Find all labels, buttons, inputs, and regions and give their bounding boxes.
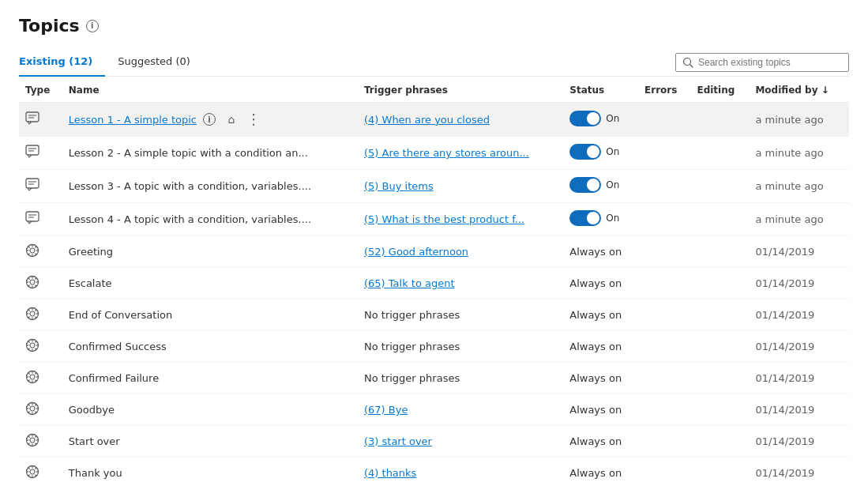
status-cell[interactable]: On	[563, 203, 638, 236]
topic-name-link[interactable]: Lesson 1 - A simple topic	[69, 114, 197, 126]
editing-cell	[690, 363, 749, 394]
status-cell: Always on	[563, 268, 638, 300]
modified-cell: 01/14/2019	[749, 458, 849, 487]
toggle-switch[interactable]	[569, 111, 601, 126]
table-row: Start over(3) start overAlways on01/14/2…	[19, 426, 849, 458]
chat-icon	[25, 178, 39, 192]
page-title: Topics i	[19, 16, 849, 36]
type-cell	[19, 203, 62, 236]
system-icon	[25, 338, 39, 352]
trigger-link[interactable]: (3) start over	[364, 435, 432, 447]
errors-cell	[638, 394, 690, 426]
tab-existing[interactable]: Existing (12)	[19, 49, 105, 77]
trigger-link[interactable]: (67) Bye	[364, 404, 408, 416]
name-cell: Confirmed Failure	[62, 363, 358, 394]
topic-name: Start over	[69, 435, 120, 447]
system-icon	[25, 401, 39, 416]
svg-line-72	[36, 405, 37, 406]
svg-line-91	[36, 475, 37, 477]
info-action-icon[interactable]: i	[200, 110, 219, 129]
errors-cell	[638, 458, 690, 487]
svg-line-71	[36, 412, 37, 413]
trigger-link[interactable]: (5) What is the best product f...	[364, 213, 524, 225]
svg-line-33	[28, 285, 30, 287]
svg-line-23	[28, 254, 30, 255]
table-row: Lesson 4 - A topic with a condition, var…	[19, 203, 849, 236]
trigger-link[interactable]: (5) Are there any stores aroun...	[364, 147, 529, 159]
errors-cell	[638, 268, 690, 300]
toggle-switch[interactable]	[569, 144, 601, 160]
more-action-icon[interactable]: ⋮	[244, 110, 263, 129]
modified-cell: a minute ago	[749, 203, 849, 236]
table-row: Confirmed FailureNo trigger phrasesAlway…	[19, 363, 849, 394]
trigger-text: No trigger phrases	[364, 309, 460, 321]
trigger-link[interactable]: (52) Good afternoon	[364, 246, 468, 258]
editing-cell	[690, 300, 749, 331]
status-cell[interactable]: On	[563, 103, 638, 137]
svg-point-55	[30, 375, 35, 379]
errors-cell	[638, 103, 690, 137]
modified-cell: 01/14/2019	[749, 236, 849, 268]
name-cell: Thank you	[62, 458, 358, 487]
always-on-label: Always on	[569, 246, 622, 258]
svg-point-25	[30, 280, 35, 284]
status-cell[interactable]: On	[563, 137, 638, 170]
svg-rect-5	[26, 145, 39, 155]
triggers-cell[interactable]: (3) start over	[358, 426, 563, 458]
trigger-link[interactable]: (4) When are you closed	[364, 114, 490, 126]
table-row: Thank you(4) thanksAlways on01/14/2019	[19, 458, 849, 487]
toggle-switch[interactable]	[569, 177, 601, 193]
table-row: Lesson 3 - A topic with a condition, var…	[19, 170, 849, 203]
trigger-link[interactable]: (5) Buy items	[364, 180, 434, 192]
toggle-control[interactable]: On	[569, 144, 619, 160]
table-row: End of ConversationNo trigger phrasesAlw…	[19, 300, 849, 331]
title-info-icon[interactable]: i	[86, 20, 99, 32]
svg-rect-2	[26, 112, 39, 122]
name-cell: Lesson 4 - A topic with a condition, var…	[62, 203, 358, 236]
toggle-control[interactable]: On	[569, 111, 619, 126]
topic-name: Goodbye	[69, 404, 115, 416]
search-input[interactable]	[698, 57, 842, 68]
search-box	[675, 53, 849, 72]
system-icon	[25, 370, 39, 384]
svg-line-40	[28, 310, 30, 311]
triggers-cell: No trigger phrases	[358, 300, 563, 331]
triggers-cell[interactable]: (4) thanks	[358, 458, 563, 487]
errors-cell	[638, 426, 690, 458]
toggle-control[interactable]: On	[569, 210, 619, 226]
triggers-cell[interactable]: (5) What is the best product f...	[358, 203, 563, 236]
trigger-link[interactable]: (4) thanks	[364, 467, 416, 479]
svg-line-83	[28, 443, 30, 445]
name-cell[interactable]: Lesson 1 - A simple topic i ⌂ ⋮	[62, 103, 358, 137]
tab-suggested[interactable]: Suggested (0)	[118, 49, 203, 77]
errors-cell	[638, 363, 690, 394]
name-cell: Start over	[62, 426, 358, 458]
triggers-cell[interactable]: (52) Good afternoon	[358, 236, 563, 268]
modified-cell: 01/14/2019	[749, 300, 849, 331]
modified-cell: a minute ago	[749, 137, 849, 170]
col-status: Status	[563, 77, 638, 103]
system-icon	[25, 465, 39, 479]
pin-action-icon[interactable]: ⌂	[222, 110, 241, 129]
always-on-label: Always on	[569, 372, 622, 384]
trigger-link[interactable]: (65) Talk to agent	[364, 277, 455, 289]
triggers-cell[interactable]: (65) Talk to agent	[358, 268, 563, 300]
triggers-cell[interactable]: (5) Buy items	[358, 170, 563, 203]
triggers-cell[interactable]: (5) Are there any stores aroun...	[358, 137, 563, 170]
svg-point-35	[30, 311, 35, 316]
table-row: Greeting(52) Good afternoonAlways on01/1…	[19, 236, 849, 268]
topic-name: Confirmed Failure	[69, 372, 159, 384]
triggers-cell: No trigger phrases	[358, 363, 563, 394]
toggle-control[interactable]: On	[569, 177, 619, 193]
svg-line-81	[36, 443, 37, 445]
status-cell[interactable]: On	[563, 170, 638, 203]
name-cell: Lesson 3 - A topic with a condition, var…	[62, 170, 358, 203]
toggle-switch[interactable]	[569, 210, 601, 226]
modified-cell: 01/14/2019	[749, 394, 849, 426]
svg-line-1	[690, 64, 693, 67]
triggers-cell[interactable]: (67) Bye	[358, 394, 563, 426]
triggers-cell[interactable]: (4) When are you closed	[358, 103, 563, 137]
col-modified[interactable]: Modified by ↓	[749, 77, 849, 103]
col-name: Name	[62, 77, 358, 103]
table-row: Escalate(65) Talk to agentAlways on01/14…	[19, 268, 849, 300]
